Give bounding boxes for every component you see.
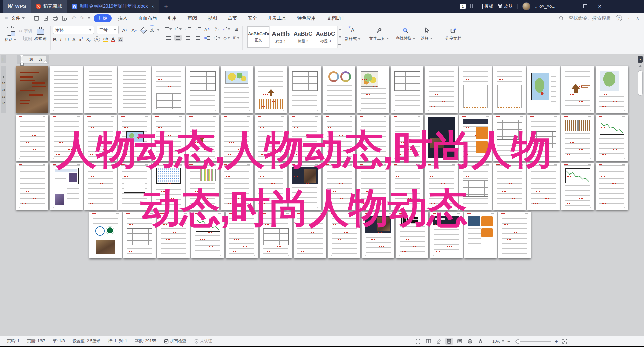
font-name-select[interactable]: 宋体 bbox=[53, 26, 94, 34]
skin-button[interactable]: 皮肤 bbox=[498, 3, 513, 9]
style-cell-2[interactable]: AaBb标题 1 bbox=[270, 26, 292, 48]
fullscreen-view-button[interactable] bbox=[414, 338, 422, 345]
hanging-indent-marker[interactable] bbox=[20, 60, 23, 62]
ribbon-tab-4[interactable]: 引用 bbox=[163, 14, 181, 22]
new-tab-button[interactable]: + bbox=[159, 0, 173, 13]
decrease-indent-button[interactable]: ← bbox=[184, 26, 191, 32]
ribbon-tab-11[interactable]: 文档助手 bbox=[322, 14, 350, 22]
shading-button[interactable]: ◇ bbox=[223, 35, 230, 41]
search-command-entry[interactable]: 查找命令、搜索模板 bbox=[569, 15, 611, 21]
underline-button[interactable]: U bbox=[65, 37, 69, 42]
ribbon-tab-5[interactable]: 审阅 bbox=[183, 14, 201, 22]
page-thumbnail-r1-18[interactable] bbox=[596, 66, 628, 113]
zoom-in-button[interactable]: + bbox=[555, 338, 558, 344]
template-button[interactable]: 模板 bbox=[478, 3, 493, 9]
insert-table-button[interactable]: ⊞ bbox=[233, 26, 240, 32]
borders-button[interactable]: ⊞ bbox=[233, 35, 240, 41]
text-tool-button[interactable]: 文字工具 bbox=[368, 26, 390, 41]
subscript-button[interactable]: x2 bbox=[86, 36, 91, 43]
wps-home-tab[interactable]: W WPS bbox=[3, 0, 31, 13]
vertical-scrollbar[interactable]: ▾ bbox=[638, 54, 643, 336]
zoom-slider-knob[interactable] bbox=[516, 339, 520, 344]
document-tab[interactable]: W 咖啡金融网2019年咖啡年报.docx × bbox=[67, 0, 159, 13]
minimize-button[interactable]: — bbox=[565, 4, 575, 9]
superscript-button[interactable]: x2 bbox=[79, 37, 83, 42]
align-right-button[interactable] bbox=[184, 35, 191, 41]
page-view-button[interactable] bbox=[445, 338, 453, 345]
help-icon[interactable]: ? bbox=[616, 15, 622, 21]
paste-button[interactable]: 粘贴 bbox=[3, 26, 18, 43]
ribbon-tab-1[interactable]: 开始 bbox=[94, 14, 112, 22]
ribbon-tab-6[interactable]: 视图 bbox=[203, 14, 221, 22]
outline-view-button[interactable] bbox=[456, 338, 463, 345]
page-thumbnail-r1-10[interactable] bbox=[323, 66, 355, 113]
web-view-button[interactable] bbox=[466, 338, 474, 345]
format-painter-button[interactable]: 格式刷 bbox=[33, 26, 48, 42]
ribbon-tab-9[interactable]: 开发工具 bbox=[263, 14, 291, 22]
page-thumbnail-r1-16[interactable] bbox=[527, 66, 560, 113]
share-document-button[interactable]: 分享文档 bbox=[442, 26, 464, 41]
page-thumbnail-r1-14[interactable] bbox=[459, 66, 492, 113]
font-color-button[interactable]: A bbox=[111, 37, 115, 42]
style-cell-4[interactable]: AaBbC标题 3 bbox=[314, 26, 337, 48]
styles-scroll-up-icon[interactable] bbox=[339, 29, 341, 30]
certification-button[interactable]: 未认证 bbox=[190, 338, 216, 344]
strikethrough-button[interactable]: A bbox=[72, 37, 76, 42]
status-item-1[interactable]: 页码: 1 bbox=[3, 338, 23, 344]
increase-font-button[interactable]: A+ bbox=[121, 27, 128, 33]
find-replace-button[interactable]: 查找替换 bbox=[395, 26, 416, 41]
status-item-4[interactable]: 设置值: 2.5厘米 bbox=[69, 338, 104, 344]
justify-button[interactable] bbox=[194, 35, 201, 41]
ribbon-tab-7[interactable]: 章节 bbox=[223, 14, 241, 22]
chevron-down-icon[interactable] bbox=[157, 29, 160, 31]
status-item-5[interactable]: 行: 1 列: 1 bbox=[104, 338, 131, 344]
zoom-level[interactable]: 10% bbox=[492, 339, 504, 344]
styles-expand-icon[interactable] bbox=[338, 44, 341, 45]
user-name[interactable]: 。o˅_˅o... bbox=[535, 3, 555, 9]
char-shading-button[interactable]: A bbox=[118, 37, 123, 42]
page-thumbnail-r1-11[interactable] bbox=[357, 66, 389, 113]
cut-button[interactable]: ✂ 剪切 bbox=[19, 28, 32, 34]
document-canvas[interactable]: L 16 32 8 16 24 32 40 人物动态,人物动态,时尚人物 动态,… bbox=[0, 54, 644, 336]
vertical-ruler[interactable]: 8 16 24 32 40 bbox=[1, 66, 6, 113]
new-style-button[interactable]: A✳ 新样式 bbox=[342, 26, 363, 42]
message-count-badge[interactable]: 1 bbox=[460, 4, 466, 9]
restore-button[interactable] bbox=[580, 4, 590, 9]
print-preview-icon[interactable] bbox=[62, 15, 68, 21]
close-window-button[interactable]: ✕ bbox=[595, 4, 605, 9]
align-center-button[interactable] bbox=[174, 35, 182, 41]
page-thumbnail-r1-5[interactable] bbox=[152, 66, 185, 113]
scrollbar-thumb[interactable] bbox=[638, 70, 643, 96]
page-thumbnail-r1-13[interactable] bbox=[425, 66, 458, 113]
pinyin-guide-button[interactable]: wén文 bbox=[150, 27, 154, 33]
sort-button[interactable]: AZ↓ bbox=[213, 26, 221, 32]
right-indent-marker[interactable] bbox=[43, 60, 47, 63]
page-thumbnail-r1-12[interactable] bbox=[391, 66, 423, 113]
ribbon-tab-8[interactable]: 安全 bbox=[243, 14, 261, 22]
page-thumbnail-r1-6[interactable] bbox=[186, 66, 219, 113]
ribbon-tab-2[interactable]: 插入 bbox=[114, 14, 132, 22]
decrease-font-button[interactable]: A− bbox=[131, 27, 137, 33]
undo-icon[interactable]: ↶ bbox=[71, 15, 76, 21]
more-dots-icon[interactable]: ⋮ bbox=[627, 16, 631, 21]
file-menu-button[interactable]: 文件 bbox=[8, 15, 28, 21]
close-doc-tab-icon[interactable]: × bbox=[152, 4, 154, 9]
page-thumbnail-r1-9[interactable] bbox=[289, 66, 321, 113]
first-line-indent-marker[interactable] bbox=[20, 55, 23, 57]
page-thumbnail-r1-2[interactable] bbox=[50, 66, 83, 113]
text-direction-button[interactable]: A↻ bbox=[204, 26, 211, 32]
italic-button[interactable]: I bbox=[60, 37, 62, 42]
page-thumbnail-r1-1[interactable] bbox=[16, 66, 48, 113]
export-pdf-icon[interactable] bbox=[43, 15, 49, 21]
docer-shop-tab[interactable]: 火 稻壳商城 bbox=[31, 0, 67, 13]
text-effects-button[interactable]: A bbox=[94, 36, 100, 42]
style-cell-3[interactable]: AaBbC标题 2 bbox=[292, 26, 314, 48]
page-thumbnail-r1-8[interactable] bbox=[255, 66, 287, 113]
clear-format-icon[interactable] bbox=[140, 27, 147, 34]
numbered-list-button[interactable]: 1 bbox=[174, 26, 182, 32]
align-left-button[interactable] bbox=[165, 35, 172, 41]
scroll-up-icon[interactable] bbox=[639, 65, 642, 67]
status-item-6[interactable]: 字数: 29155 bbox=[131, 338, 160, 344]
zoom-slider[interactable] bbox=[515, 341, 551, 342]
select-button[interactable]: 选择 bbox=[416, 26, 437, 41]
